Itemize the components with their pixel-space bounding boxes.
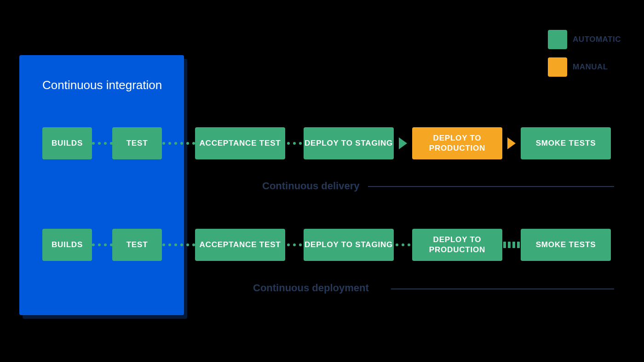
- stage-deploy-staging: DEPLOY TO STAGING: [304, 229, 394, 261]
- label-continuous-delivery: Continuous delivery: [262, 180, 359, 192]
- legend-label-automatic: AUTOMATIC: [573, 35, 621, 44]
- stage-deploy-production-manual: DEPLOY TO PRODUCTION: [412, 127, 502, 159]
- label-line-deployment: [391, 288, 614, 289]
- legend-item-automatic: AUTOMATIC: [548, 30, 621, 49]
- connector: [162, 243, 195, 246]
- stage-acceptance: ACCEPTANCE TEST: [195, 127, 285, 159]
- stage-deploy-staging: DEPLOY TO STAGING: [304, 127, 394, 159]
- ci-title: Continuous integration: [42, 78, 170, 92]
- stage-smoke-tests: SMOKE TESTS: [521, 229, 611, 261]
- stage-smoke-tests: SMOKE TESTS: [521, 127, 611, 159]
- connector-dashes: [502, 242, 521, 248]
- connector: [92, 243, 112, 246]
- label-line-delivery: [368, 186, 614, 187]
- connector: [285, 142, 304, 145]
- stage-acceptance: ACCEPTANCE TEST: [195, 229, 285, 261]
- connector-arrow: [502, 137, 521, 149]
- legend-item-manual: MANUAL: [548, 57, 621, 77]
- legend: AUTOMATIC MANUAL: [548, 30, 621, 77]
- pipeline-row-deployment: BUILDS TEST ACCEPTANCE TEST DEPLOY TO ST…: [42, 229, 611, 261]
- legend-swatch-green: [548, 30, 567, 49]
- stage-deploy-production-auto: DEPLOY TO PRODUCTION: [412, 229, 502, 261]
- connector-arrow: [394, 137, 412, 149]
- connector: [92, 142, 112, 145]
- legend-label-manual: MANUAL: [573, 62, 608, 72]
- label-continuous-deployment: Continuous deployment: [253, 282, 369, 294]
- ci-box: Continuous integration: [19, 55, 184, 315]
- stage-builds: BUILDS: [42, 127, 92, 159]
- connector: [285, 243, 304, 246]
- stage-test: TEST: [112, 127, 162, 159]
- connector: [162, 142, 195, 145]
- stage-test: TEST: [112, 229, 162, 261]
- legend-swatch-orange: [548, 57, 567, 77]
- pipeline-row-delivery: BUILDS TEST ACCEPTANCE TEST DEPLOY TO ST…: [42, 127, 611, 159]
- connector: [394, 243, 412, 246]
- stage-builds: BUILDS: [42, 229, 92, 261]
